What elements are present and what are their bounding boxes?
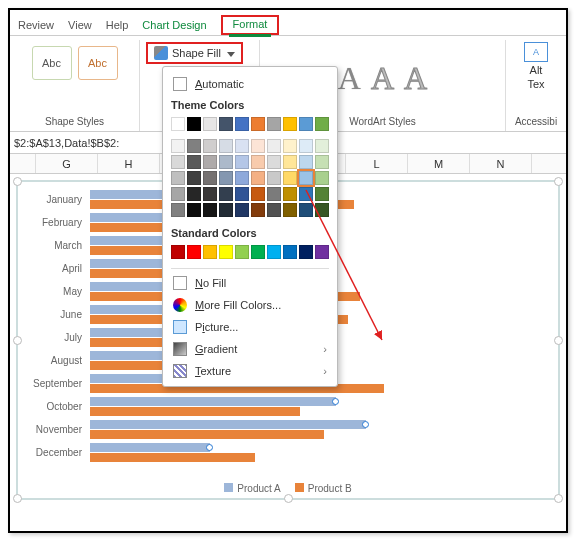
color-swatch[interactable] <box>235 203 249 217</box>
col-header[interactable]: H <box>98 154 160 173</box>
color-swatch[interactable] <box>235 245 249 259</box>
color-swatch[interactable] <box>171 155 185 169</box>
color-swatch[interactable] <box>235 171 249 185</box>
color-swatch[interactable] <box>171 117 185 131</box>
color-swatch[interactable] <box>283 117 297 131</box>
color-swatch[interactable] <box>171 187 185 201</box>
color-swatch[interactable] <box>171 171 185 185</box>
bar-row[interactable] <box>90 397 550 416</box>
color-swatch[interactable] <box>187 203 201 217</box>
color-swatch[interactable] <box>235 187 249 201</box>
color-swatch[interactable] <box>203 155 217 169</box>
color-swatch[interactable] <box>267 155 281 169</box>
color-swatch[interactable] <box>315 139 329 153</box>
color-swatch[interactable] <box>251 117 265 131</box>
tab-chart-design[interactable]: Chart Design <box>142 19 206 31</box>
color-swatch[interactable] <box>251 155 265 169</box>
more-fill-colors[interactable]: More Fill Colors... <box>171 294 329 316</box>
wordart-preset-3[interactable]: A <box>404 60 427 97</box>
color-swatch[interactable] <box>235 139 249 153</box>
color-swatch[interactable] <box>283 203 297 217</box>
color-swatch[interactable] <box>267 245 281 259</box>
group-label-wordart-styles: WordArt Styles <box>349 114 416 129</box>
color-swatch[interactable] <box>299 117 313 131</box>
color-swatch[interactable] <box>251 139 265 153</box>
color-swatch[interactable] <box>283 171 297 185</box>
color-swatch[interactable] <box>299 203 313 217</box>
no-fill[interactable]: No Fill <box>171 272 329 294</box>
color-swatch[interactable] <box>203 245 217 259</box>
color-swatch[interactable] <box>187 245 201 259</box>
tab-help[interactable]: Help <box>106 19 129 31</box>
color-swatch[interactable] <box>267 203 281 217</box>
color-swatch[interactable] <box>203 117 217 131</box>
bar-row[interactable] <box>90 420 550 439</box>
color-swatch[interactable] <box>187 171 201 185</box>
shape-style-preset-2[interactable]: Abc <box>78 46 118 80</box>
color-swatch[interactable] <box>283 155 297 169</box>
color-swatch[interactable] <box>315 171 329 185</box>
color-swatch[interactable] <box>171 139 185 153</box>
shape-style-preset-1[interactable]: Abc <box>32 46 72 80</box>
color-swatch[interactable] <box>219 139 233 153</box>
color-swatch[interactable] <box>315 155 329 169</box>
color-swatch[interactable] <box>299 155 313 169</box>
tab-review[interactable]: Review <box>18 19 54 31</box>
color-swatch[interactable] <box>187 139 201 153</box>
color-swatch[interactable] <box>267 187 281 201</box>
wordart-preset-1[interactable]: A <box>338 60 361 97</box>
alt-text-icon[interactable]: A <box>524 42 548 62</box>
col-header[interactable]: L <box>346 154 408 173</box>
color-swatch[interactable] <box>219 155 233 169</box>
fill-gradient[interactable]: Gradient › <box>171 338 329 360</box>
col-header[interactable]: M <box>408 154 470 173</box>
color-swatch[interactable] <box>219 117 233 131</box>
color-swatch[interactable] <box>267 139 281 153</box>
col-header[interactable] <box>10 154 36 173</box>
wordart-preset-2[interactable]: A <box>371 60 394 97</box>
color-swatch[interactable] <box>203 203 217 217</box>
tab-format[interactable]: Format <box>221 15 280 35</box>
fill-texture[interactable]: Texture › <box>171 360 329 382</box>
color-swatch[interactable] <box>315 187 329 201</box>
color-swatch[interactable] <box>203 171 217 185</box>
color-swatch[interactable] <box>235 117 249 131</box>
color-swatch[interactable] <box>299 171 313 185</box>
color-swatch[interactable] <box>187 155 201 169</box>
color-swatch[interactable] <box>203 139 217 153</box>
color-swatch[interactable] <box>283 139 297 153</box>
color-swatch[interactable] <box>171 203 185 217</box>
color-swatch[interactable] <box>299 245 313 259</box>
color-swatch[interactable] <box>267 171 281 185</box>
color-swatch[interactable] <box>283 245 297 259</box>
color-swatch[interactable] <box>251 171 265 185</box>
color-swatch[interactable] <box>315 117 329 131</box>
color-swatch[interactable] <box>187 117 201 131</box>
color-swatch[interactable] <box>267 117 281 131</box>
color-swatch[interactable] <box>251 245 265 259</box>
color-swatch[interactable] <box>235 155 249 169</box>
color-swatch[interactable] <box>219 187 233 201</box>
chart-legend[interactable]: Product A Product B <box>18 483 558 494</box>
color-swatch[interactable] <box>299 139 313 153</box>
color-swatch[interactable] <box>315 245 329 259</box>
color-swatch[interactable] <box>219 245 233 259</box>
color-swatch[interactable] <box>251 203 265 217</box>
fill-picture[interactable]: Picture... <box>171 316 329 338</box>
col-header[interactable]: G <box>36 154 98 173</box>
bar-row[interactable] <box>90 443 550 462</box>
color-swatch[interactable] <box>251 187 265 201</box>
color-swatch[interactable] <box>315 203 329 217</box>
tab-view[interactable]: View <box>68 19 92 31</box>
color-swatch[interactable] <box>203 187 217 201</box>
shape-fill-label: Shape Fill <box>172 47 221 59</box>
color-swatch[interactable] <box>171 245 185 259</box>
color-swatch[interactable] <box>283 187 297 201</box>
col-header[interactable]: N <box>470 154 532 173</box>
color-swatch[interactable] <box>187 187 201 201</box>
fill-automatic[interactable]: Automatic <box>171 73 329 95</box>
shape-fill-button[interactable]: Shape Fill <box>146 42 243 64</box>
color-swatch[interactable] <box>299 187 313 201</box>
color-swatch[interactable] <box>219 171 233 185</box>
color-swatch[interactable] <box>219 203 233 217</box>
